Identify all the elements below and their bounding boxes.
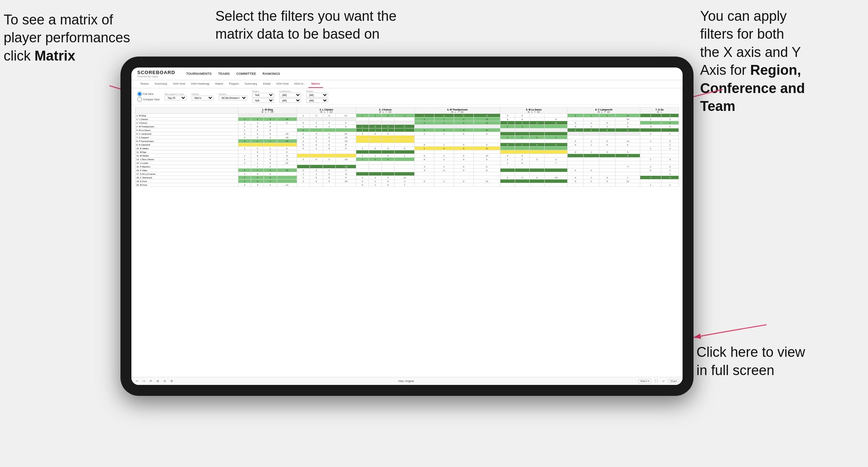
sub-tab-h2h-grid2[interactable]: H2H Grid — [273, 80, 291, 88]
sub-tab-teams[interactable]: Teams — [137, 80, 152, 88]
table-row: 2. L Clanton 210-18 01013 00-6 -24 22 — [135, 117, 679, 121]
row-name: 6. C Lamprecht — [135, 132, 238, 136]
table-row: 7. G Sargent 200-18 220-16 0003 — [135, 136, 679, 139]
sub-nav: Teams Summary H2H Grid H2H Heatmap Matri… — [131, 80, 683, 88]
annotation-topmid-text: Select the filters you want the matrix d… — [215, 8, 396, 42]
nav-item-tournaments[interactable]: TOURNAMENTS — [186, 71, 212, 76]
row-name: 4. M Thorbjornsen — [135, 125, 238, 128]
expand-icon[interactable]: ⛶ — [654, 379, 658, 383]
radio-compact-view[interactable]: Compact View — [137, 97, 160, 102]
table-row: 10. B Valdes 1110 0100 1000 10011 11 — [135, 147, 679, 150]
redo-icon[interactable]: ↪ — [142, 379, 146, 383]
annotation-topright-line4-bold: Region, — [750, 62, 801, 78]
table-row: 6. C Lamprecht 300-18 24124 300 1106 01 — [135, 132, 679, 136]
filter-players-select1[interactable]: (All) — [306, 93, 328, 97]
radio-compact-view-input[interactable] — [137, 97, 142, 102]
matrix-corner-header — [135, 108, 238, 114]
row-name: 17. S De La Fuente — [135, 172, 238, 176]
row-name: 7. G Sargent — [135, 136, 238, 139]
filter-region-select2[interactable]: N/A — [252, 98, 274, 103]
filter-max-players-label: Max players in view — [165, 93, 187, 95]
radio-full-view-label: Full View — [143, 93, 153, 95]
sub-tab-matrix[interactable]: Matrix — [212, 80, 226, 88]
filter-region: Region N/A N/A — [252, 90, 274, 103]
nav-item-teams[interactable]: TEAMS — [218, 71, 230, 76]
col-header-2: 2. L Clanton W L T Dif — [297, 108, 356, 114]
settings-icon[interactable]: ⚙ — [170, 379, 174, 383]
fullscreen-icon[interactable]: ⤢ — [661, 379, 665, 383]
sub-tab-detail[interactable]: Detail — [260, 80, 273, 88]
sub-tab-h2h-heatmap[interactable]: H2H Heatmap — [188, 80, 212, 88]
table-row: 4. M Thorbjornsen 100 1010 1000 00 0110 … — [135, 125, 679, 128]
undo-icon[interactable]: ↩ — [135, 379, 139, 383]
row-name: 8. P Summerhays — [135, 139, 238, 143]
table-row: 8. P Summerhays 512-45 220-16 010-11 12 — [135, 139, 679, 143]
table-row: 20. M Ford 331-11 0107 11 — [135, 183, 679, 187]
annotation-topright-line4-plain: Axis for — [700, 62, 750, 78]
row-name: 13. J Skov Olesen — [135, 158, 238, 161]
radio-compact-view-label: Compact View — [143, 98, 160, 101]
watch-button[interactable]: Watch ▾ — [638, 379, 652, 383]
filter-conference-select2[interactable]: (All) — [279, 98, 301, 103]
annotation-topleft-line1: To see a matrix of — [4, 12, 113, 27]
table-row: 13. J Skov Olesen 110-3 250-19 100 0100 … — [135, 158, 679, 161]
logo-area: SCOREBOARD Powered by clippd — [137, 70, 175, 78]
sub-tab-matrix2[interactable]: Matrix — [308, 80, 323, 88]
annotation-topleft-line3-plain: click — [4, 48, 34, 63]
sub-tab-players[interactable]: Players — [226, 80, 242, 88]
filter-max-players: Max players in view Top 25 — [165, 93, 187, 100]
filter-division: Division NCAA Division I — [219, 93, 247, 100]
logo-text: SCOREBOARD — [137, 70, 175, 75]
filter-division-label: Division — [219, 93, 247, 95]
zoom-in-icon[interactable]: ⊕ — [156, 379, 160, 383]
row-name: 14. J Lundin — [135, 161, 238, 165]
toolbar-center: View: Original — [398, 380, 414, 382]
filter-players-select2[interactable]: (All) — [306, 98, 328, 103]
table-row: 14. J Lundin 11010 107 — [135, 161, 679, 165]
filter-max-players-select[interactable]: Top 25 — [165, 96, 187, 100]
radio-full-view[interactable]: Full View — [137, 92, 160, 96]
table-row: 19. D Ford 200 230-20 010-1 01013 01013 — [135, 180, 679, 183]
sub-tab-summary2[interactable]: Summary — [242, 80, 260, 88]
filter-players-label: Players — [306, 90, 328, 92]
annotation-topleft-line2: player performances — [4, 30, 130, 45]
matrix-area[interactable]: 1. W Ding W L T Dif 2. L Clanton W L T D… — [131, 105, 683, 377]
table-row: 12. M Riedel 101-6 1101 01014 00 -6 — [135, 154, 679, 158]
row-name: 15. P Maichon — [135, 165, 238, 169]
row-name: 3. J Koivun — [135, 121, 238, 125]
table-row: 15. P Maichon 11 -19 4100 -7 22 — [135, 165, 679, 169]
share-button[interactable]: Share — [668, 379, 679, 383]
sub-tab-summary[interactable]: Summary — [152, 80, 170, 88]
filter-region-select[interactable]: N/A — [252, 93, 274, 97]
row-name: 20. M Ford — [135, 183, 238, 187]
matrix-table: 1. W Ding W L T Dif 2. L Clanton W L T D… — [135, 107, 679, 187]
col-header-4: 4. M Thorbjornsen W L T Dif — [415, 108, 500, 114]
filter-gender: Gender Men's — [192, 93, 214, 100]
annotation-topleft-line3-bold: Matrix — [34, 48, 75, 63]
filter-conference-select1[interactable]: (All) — [279, 93, 301, 97]
filter-region-label: Region — [252, 90, 274, 92]
annotation-topright: You can apply filters for both the X axi… — [700, 7, 846, 115]
row-name: 18. C Sherwood — [135, 176, 238, 180]
sub-tab-h2h-grid[interactable]: H2H Grid — [170, 80, 188, 88]
col-header-1: 1. W Ding W L T Dif — [238, 108, 297, 114]
row-name: 19. D Ford — [135, 180, 238, 183]
filter-division-select[interactable]: NCAA Division I — [219, 96, 247, 100]
row-name: 1. W Ding — [135, 114, 238, 117]
annotation-topleft: To see a matrix of player performances c… — [4, 11, 139, 65]
radio-full-view-input[interactable] — [137, 92, 142, 96]
refresh-icon[interactable]: ⟳ — [149, 379, 153, 383]
filter-gender-select[interactable]: Men's — [192, 96, 214, 100]
row-name: 12. M Riedel — [135, 154, 238, 158]
annotation-topmid: Select the filters you want the matrix d… — [215, 7, 409, 43]
toolbar-left: ↩ ↪ ⟳ ⊕ ⊖ ⚙ — [135, 379, 174, 383]
nav-item-rankings[interactable]: RANKINGS — [262, 71, 280, 76]
zoom-out-icon[interactable]: ⊖ — [163, 379, 167, 383]
row-name: 11. M Ege — [135, 150, 238, 154]
table-row: 5. M La Sasso 100 6 1101 00014 0003 — [135, 128, 679, 132]
bottom-toolbar: ↩ ↪ ⟳ ⊕ ⊖ ⚙ View: Original Watch ▾ ⛶ ⤢ S… — [131, 377, 683, 385]
table-row: 9. N Gabrelcik 0009 0100 0100 0100 1 — [135, 143, 679, 147]
view-options: Full View Compact View — [137, 92, 160, 102]
nav-item-committee[interactable]: COMMITTEE — [236, 71, 256, 76]
sub-tab-h2h-h[interactable]: H2H H... — [291, 80, 308, 88]
